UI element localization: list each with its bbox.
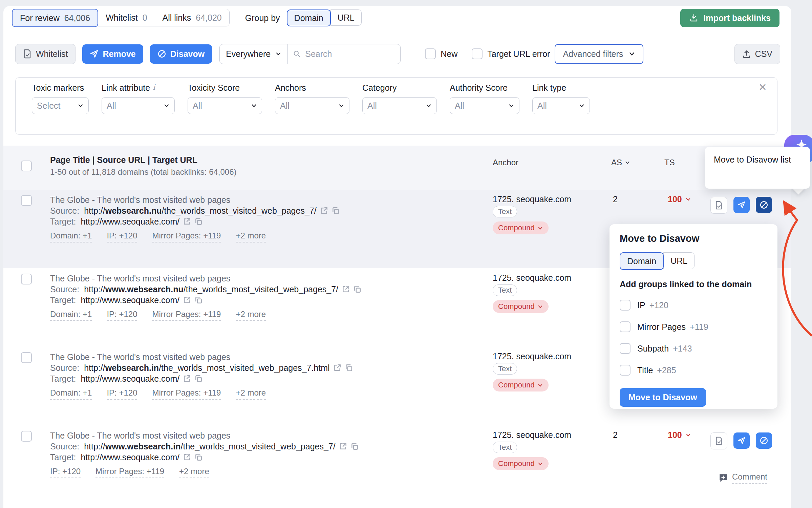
external-link-icon[interactable] [183,296,191,304]
advanced-filters-button[interactable]: Advanced filters [555,44,643,64]
group-link-mirror-pages[interactable]: Mirror Pages: +119 [152,231,221,242]
target-line: Target: http://www.seoquake.com/ [50,373,477,384]
target-url[interactable]: http://www.seoquake.com/ [81,373,179,384]
group-link-domain[interactable]: Domain: +1 [50,231,92,242]
move-to-disavow-submit-button[interactable]: Move to Disavow [620,388,706,407]
external-link-icon[interactable] [333,364,341,372]
info-icon[interactable]: i [153,84,155,91]
disavow-row-button-active[interactable] [756,197,772,213]
disavow-row-button[interactable] [756,432,772,449]
csv-export-button[interactable]: CSV [734,44,780,64]
file-check-icon [23,49,32,59]
row-checkbox[interactable] [21,352,32,363]
external-link-icon[interactable] [342,285,350,293]
group-link-mirror-pages[interactable]: Mirror Pages: +119 [152,310,221,321]
source-label: Source: [50,362,79,373]
target-label: Target: [50,216,76,227]
target-url[interactable]: http://www.seoquake.com/ [81,452,179,463]
import-backlinks-button[interactable]: Import backlinks [680,9,779,27]
popup-tab-url[interactable]: URL [663,252,695,269]
new-checkbox[interactable] [425,48,436,59]
authority-score-select[interactable]: All [450,97,519,114]
group-link-domain[interactable]: Domain: +1 [50,310,92,321]
copy-icon[interactable] [350,442,359,450]
ip-checkbox[interactable] [620,300,631,311]
target-url[interactable]: http://www.seoquake.com/ [81,295,179,305]
remove-row-button[interactable] [733,197,750,213]
row-checkbox[interactable] [21,195,32,206]
toxicity-score-value[interactable]: 100 [668,430,691,440]
external-link-icon[interactable] [320,207,328,215]
anchor-category-badge[interactable]: Compound [493,379,549,391]
anchor-category-badge[interactable]: Compound [493,457,549,470]
copy-icon[interactable] [332,207,340,215]
target-url[interactable]: http://www.seoquake.com/ [81,216,179,227]
tab-count: 64,020 [196,13,221,23]
category-select[interactable]: All [362,97,437,114]
group-link-ip[interactable]: IP: +120 [107,388,137,400]
tab-for-review[interactable]: For review 64,006 [12,9,98,27]
copy-icon[interactable] [194,217,202,226]
link-type-select[interactable]: All [532,97,590,114]
external-link-icon[interactable] [183,375,191,383]
target-url-error-checkbox[interactable] [472,48,483,59]
group-link-ip[interactable]: IP: +120 [50,467,81,478]
source-url[interactable]: http://www.websearch.in/the_worlds_most_… [84,441,336,452]
copy-icon[interactable] [194,453,202,461]
title-checkbox[interactable] [620,365,631,376]
row-checkbox[interactable] [21,274,32,284]
group-link-mirror-pages[interactable]: Mirror Pages: +119 [95,467,164,478]
subpath-checkbox[interactable] [620,343,631,354]
toxicity-score-value[interactable]: 100 [668,194,691,204]
search-input[interactable] [304,49,395,59]
link-attribute-select[interactable]: All [102,97,175,114]
row-checkbox[interactable] [21,431,32,442]
group-link-more[interactable]: +2 more [236,310,266,321]
remove-row-button[interactable] [733,432,750,449]
copy-icon[interactable] [345,364,353,372]
close-icon[interactable]: ✕ [758,82,767,92]
anchors-select[interactable]: All [275,97,349,114]
group-link-more[interactable]: +2 more [179,467,209,478]
group-link-mirror-pages[interactable]: Mirror Pages: +119 [152,388,221,400]
scope-select[interactable]: Everywhere [220,44,288,64]
toxic-markers-select[interactable]: Select [32,97,89,114]
whitelist-row-button[interactable] [710,197,727,214]
chevron-down-icon [537,225,543,231]
source-url[interactable]: http://www.websearch.nu/the_worlds_most_… [84,284,338,295]
filter-link-type: Link type All [532,83,590,114]
copy-icon[interactable] [194,296,202,304]
group-link-more[interactable]: +2 more [236,388,266,400]
group-link-ip[interactable]: IP: +120 [107,231,137,242]
anchor-category-badge[interactable]: Compound [493,221,549,234]
group-link-more[interactable]: +2 more [236,231,266,242]
remove-button[interactable]: Remove [82,44,143,64]
copy-icon[interactable] [194,375,202,383]
group-by-domain[interactable]: Domain [287,9,331,26]
disavow-button[interactable]: Disavow [150,44,212,64]
source-url[interactable]: http://websearch.nu/the_worlds_most_visi… [84,205,317,216]
tab-all-links[interactable]: All links 64,020 [155,9,230,26]
copy-icon[interactable] [353,285,361,293]
group-link-domain[interactable]: Domain: +1 [50,388,92,400]
source-label: Source: [50,441,79,452]
external-link-icon[interactable] [183,217,191,226]
mirror-pages-checkbox[interactable] [620,321,631,332]
page-title: The Globe - The world's most visited web… [50,430,477,441]
popup-tab-domain[interactable]: Domain [620,252,664,270]
whitelist-button[interactable]: Whitelist [15,44,76,64]
group-link-ip[interactable]: IP: +120 [107,310,137,321]
search-box [288,44,400,64]
external-link-icon[interactable] [339,442,347,450]
toxicity-score-select[interactable]: All [188,97,262,114]
select-all-checkbox[interactable] [21,161,32,171]
anchor-category-badge[interactable]: Compound [493,300,549,313]
tab-whitelist[interactable]: Whitelist 0 [98,9,155,26]
external-link-icon[interactable] [183,453,191,461]
ts-column-header[interactable]: TS [664,158,675,167]
as-column-header[interactable]: AS [611,158,630,167]
comment-link[interactable]: Comment [719,472,767,484]
source-url[interactable]: http://websearch.in/the_worlds_most_visi… [84,362,329,373]
whitelist-row-button[interactable] [710,432,727,449]
group-by-url[interactable]: URL [330,9,362,26]
